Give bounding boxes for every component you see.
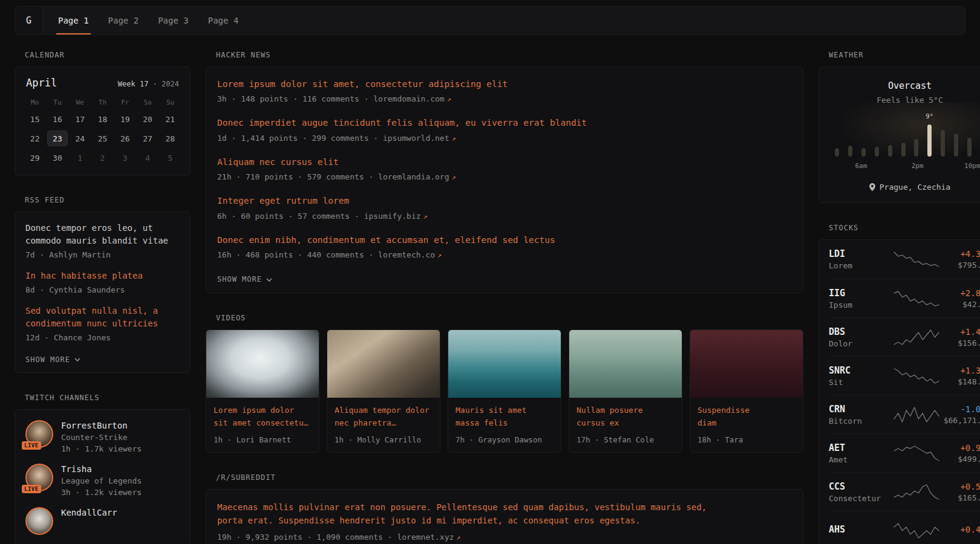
hn-item-stats: 1d · 1,414 points · 299 comments · bbox=[217, 134, 378, 143]
live-badge: LIVE bbox=[22, 441, 41, 450]
twitch-channel[interactable]: LIVE ForrestBurton Counter-Strike 1h · 1… bbox=[25, 420, 180, 453]
video-card[interactable]: Aliquam tempor dolor nec pharetra… 1h · … bbox=[327, 329, 440, 452]
video-card[interactable]: Lorem ipsum dolor sit amet consectetu… 1… bbox=[206, 329, 319, 452]
stock-sparkline bbox=[893, 251, 940, 268]
weather-bar bbox=[927, 125, 932, 157]
hn-item-title[interactable]: Aliquam nec cursus elit bbox=[217, 156, 792, 168]
stock-change: +4.35% bbox=[940, 249, 980, 259]
stock-row[interactable]: SNRC Sit +1.36% $148.64 bbox=[829, 356, 980, 395]
hn-item-title[interactable]: Lorem ipsum dolor sit amet, consectetur … bbox=[217, 78, 792, 90]
channel-name: ForrestBurton bbox=[61, 421, 142, 430]
left-column: CALENDAR April Week 17 · 2024 Mo Tu We T… bbox=[15, 51, 191, 544]
tab-page-3[interactable]: Page 3 bbox=[156, 7, 191, 34]
stock-id: CCS Consectetur bbox=[829, 481, 893, 503]
location-pin-icon bbox=[869, 183, 875, 191]
video-thumbnail bbox=[569, 330, 682, 398]
top-nav: G Page 1 Page 2 Page 3 Page 4 bbox=[15, 6, 965, 35]
hn-domain-link[interactable]: ipsumworld.net↗ bbox=[383, 134, 456, 143]
rss-item-title[interactable]: Sed volutpat nulla nisl, a condimentum n… bbox=[25, 305, 180, 330]
stock-ticker: IIG bbox=[829, 288, 893, 299]
stock-values: -1.00% $66,171.48 bbox=[940, 404, 980, 425]
hn-domain-link[interactable]: loremdomain.com↗ bbox=[373, 94, 451, 103]
subreddit-post-meta: 19h · 9,932 points · 1,090 comments · lo… bbox=[217, 532, 792, 543]
calendar-day-today: 23 bbox=[47, 131, 67, 146]
weather-location-text: Prague, Czechia bbox=[880, 183, 950, 192]
rss-section: RSS FEED Donec tempor eros leo, ut commo… bbox=[15, 196, 191, 373]
stock-row[interactable]: LDI Lorem +4.35% $795.18 bbox=[829, 240, 980, 279]
calendar-day-grid: 15 16 17 18 19 20 21 22 23 24 25 26 27 2… bbox=[24, 109, 181, 167]
rss-item-title[interactable]: Donec tempor eros leo, ut commodo mauris… bbox=[25, 222, 180, 247]
stock-change: +0.51% bbox=[940, 482, 980, 491]
hn-item-title[interactable]: Donec imperdiet augue tincidunt felis al… bbox=[217, 117, 792, 129]
twitch-channel[interactable]: LIVE Trisha League of Legends 3h · 1.2k … bbox=[25, 464, 180, 497]
video-card[interactable]: Nullam posuere cursus ex 17h · Stefan Co… bbox=[569, 329, 682, 452]
stock-id: AHS bbox=[829, 524, 893, 537]
weather-feels-like: Feels like 5°C bbox=[829, 96, 980, 105]
hacker-news-section: HACKER NEWS Lorem ipsum dolor sit amet, … bbox=[206, 51, 803, 293]
stock-row[interactable]: CRN Bitcorn -1.00% $66,171.48 bbox=[829, 395, 980, 433]
tab-page-1[interactable]: Page 1 bbox=[56, 7, 91, 34]
hn-show-more-button[interactable]: SHOW MORE bbox=[217, 275, 272, 283]
calendar-day: 20 bbox=[137, 111, 157, 127]
stock-row[interactable]: AHS +0.46% bbox=[829, 511, 980, 544]
dashboard-page: G Page 1 Page 2 Page 3 Page 4 CALENDAR A… bbox=[0, 0, 980, 544]
calendar-day: 4 bbox=[137, 150, 157, 166]
channel-info: ForrestBurton Counter-Strike 1h · 1.7k v… bbox=[61, 420, 142, 453]
stock-row[interactable]: DBS Dolor +1.42% $156.28 bbox=[829, 317, 980, 356]
section-title-rss: RSS FEED bbox=[25, 196, 191, 204]
hn-domain-link[interactable]: ipsumify.biz↗ bbox=[364, 212, 428, 221]
live-badge: LIVE bbox=[22, 485, 41, 493]
video-title[interactable]: Nullam posuere cursus ex bbox=[577, 404, 675, 429]
stock-ticker: SNRC bbox=[829, 365, 893, 376]
video-body: Nullam posuere cursus ex 17h · Stefan Co… bbox=[569, 398, 682, 452]
video-card[interactable]: Suspendisse diam 18h · Tara bbox=[690, 329, 803, 452]
stock-values: +1.36% $148.64 bbox=[940, 366, 980, 386]
stock-change: +0.46% bbox=[940, 525, 980, 534]
video-title[interactable]: Lorem ipsum dolor sit amet consectetu… bbox=[214, 404, 312, 429]
hn-item-title[interactable]: Donec enim nibh, condimentum et accumsan… bbox=[217, 234, 792, 246]
rss-show-more-button[interactable]: SHOW MORE bbox=[25, 355, 80, 364]
calendar-day: 30 bbox=[47, 150, 67, 166]
hn-item-stats: 16h · 468 points · 440 comments · bbox=[217, 250, 373, 259]
avatar bbox=[25, 507, 53, 535]
weather-bar bbox=[901, 143, 906, 157]
video-card[interactable]: Mauris sit amet massa felis 7h · Grayson… bbox=[448, 329, 561, 452]
rss-item-title[interactable]: In hac habitasse platea bbox=[25, 270, 180, 282]
hn-item-title[interactable]: Integer eget rutrum lorem bbox=[217, 195, 792, 207]
weather-bar bbox=[835, 148, 839, 157]
hacker-news-widget: Lorem ipsum dolor sit amet, consectetur … bbox=[206, 66, 803, 293]
subreddit-post-title[interactable]: Maecenas mollis pulvinar erat non posuer… bbox=[217, 500, 792, 528]
hn-domain-link[interactable]: loremtech.co↗ bbox=[378, 250, 442, 259]
stock-sparkline bbox=[893, 329, 940, 346]
avatar: LIVE bbox=[25, 464, 53, 491]
video-title[interactable]: Suspendisse diam bbox=[697, 404, 795, 429]
stock-values: +0.46% bbox=[940, 525, 980, 536]
hn-domain-link[interactable]: loremlandia.org↗ bbox=[378, 172, 456, 181]
stock-values: +0.51% $165.84 bbox=[940, 482, 980, 502]
calendar-day: 27 bbox=[137, 131, 157, 146]
external-link-icon: ↗ bbox=[452, 134, 456, 143]
video-title[interactable]: Aliquam tempor dolor nec pharetra… bbox=[335, 404, 433, 429]
stock-row[interactable]: IIG Ipsum +2.84% $42.04 bbox=[829, 279, 980, 317]
rss-item: Donec tempor eros leo, ut commodo mauris… bbox=[25, 222, 180, 261]
stock-price: $42.04 bbox=[940, 300, 980, 309]
weekday-label: Tu bbox=[46, 96, 68, 109]
tab-page-2[interactable]: Page 2 bbox=[106, 7, 141, 34]
stock-row[interactable]: AET Amet +0.92% $499.72 bbox=[829, 433, 980, 472]
avatar: LIVE bbox=[25, 420, 53, 448]
weather-bar bbox=[967, 138, 972, 157]
calendar-day: 2 bbox=[93, 150, 113, 166]
stock-sparkline bbox=[893, 368, 940, 384]
stock-name: Lorem bbox=[829, 261, 893, 270]
rss-item: Sed volutpat nulla nisl, a condimentum n… bbox=[25, 305, 180, 343]
subreddit-domain-link[interactable]: loremnet.xyz↗ bbox=[397, 533, 460, 542]
stocks-widget: LDI Lorem +4.35% $795.18 IIG Ipsum bbox=[818, 239, 980, 544]
stock-name: Sit bbox=[829, 378, 893, 387]
video-title[interactable]: Mauris sit amet massa felis bbox=[456, 404, 554, 429]
channel-name: KendallCarr bbox=[61, 508, 117, 517]
tab-page-4[interactable]: Page 4 bbox=[206, 7, 241, 34]
rss-item-meta: 7d · Ashlyn Martin bbox=[25, 250, 180, 261]
hn-domain: loremtech.co bbox=[378, 250, 435, 259]
twitch-channel[interactable]: KendallCarr bbox=[25, 507, 180, 535]
stock-row[interactable]: CCS Consectetur +0.51% $165.84 bbox=[829, 472, 980, 511]
